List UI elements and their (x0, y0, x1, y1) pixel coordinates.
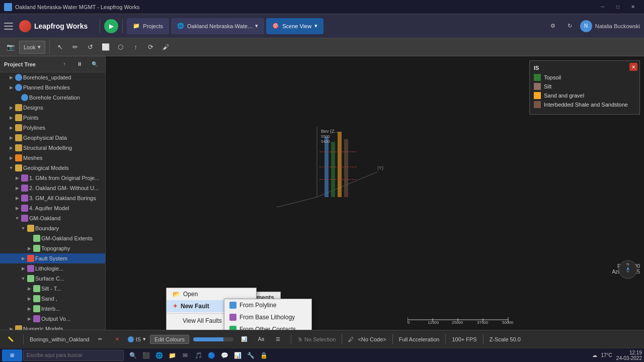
rotate-tool[interactable]: ↺ (84, 41, 97, 54)
tree-item-silt-t[interactable]: ▶ Silt - T... (0, 284, 105, 294)
orbit-tool[interactable]: ⟳ (144, 41, 157, 54)
tree-item-output-vo[interactable]: ▶ Output Vo... (0, 314, 105, 324)
arrow-tool[interactable]: ↑ (129, 41, 142, 54)
designs-icon (15, 104, 22, 111)
sidebar-search-btn[interactable]: 🔍 (88, 58, 101, 71)
tree-item-gm4[interactable]: ▶ 4. Aquifer Model (0, 203, 105, 213)
sidebar-up-btn[interactable]: ↑ (58, 58, 71, 71)
maximize-button[interactable]: □ (611, 2, 625, 12)
surface-c-icon (27, 275, 34, 282)
structural-icon (15, 144, 22, 151)
minimize-button[interactable]: ─ (596, 2, 610, 12)
other-contacts-icon (229, 326, 236, 330)
tree-item-topography[interactable]: ▶ Topography (0, 243, 105, 253)
chevron-expand: ▶ (14, 185, 20, 191)
edit-colors-label: Edit Colours (154, 336, 185, 342)
tree-item-designs[interactable]: ▶ Designs (0, 103, 105, 113)
taskbar-spotify[interactable]: 🎵 (192, 349, 204, 361)
measure-tool[interactable]: ✏ (69, 41, 82, 54)
tree-item-lithologie[interactable]: ▶ Lithologie... (0, 263, 105, 274)
tree-item-gm-oakland[interactable]: ▼ GM-Oakland (0, 213, 105, 223)
taskbar-explorer[interactable]: 📁 (166, 349, 178, 361)
tree-item-geo-models[interactable]: ▼ Geological Models (0, 163, 105, 173)
aa-btn[interactable]: Aa (255, 333, 268, 346)
viewport[interactable]: (Y) Bev (Z... 5500 5400 ✕ IS (106, 56, 644, 330)
look-button[interactable]: Look ▾ (19, 41, 45, 54)
hamburger-menu-icon[interactable] (4, 23, 13, 30)
submenu-from-polyline[interactable]: From Polyline (224, 299, 311, 311)
tree-item-fault-system[interactable]: ▶ Fault System (0, 253, 105, 263)
tree-item-polylines[interactable]: ▶ Polylines (0, 123, 105, 133)
tree-item-numeric[interactable]: ▶ Numeric Models (0, 324, 105, 330)
tree-item-boundary[interactable]: ▼ Boundary (0, 223, 105, 233)
taskbar-mail[interactable]: ✉ (179, 349, 191, 361)
settings-button[interactable]: ⚙ (546, 18, 559, 34)
play-button[interactable]: ▶ (104, 19, 118, 33)
tree-item-planned-boreholes[interactable]: ▶ Planned Boreholes (0, 82, 105, 93)
new-fault-label: New Fault (181, 303, 209, 310)
chevron-expand: ▼ (20, 225, 26, 231)
window-title: Oakland Nebraska-Water MGMT - Leapfrog W… (15, 4, 139, 10)
chevron-expand: ▶ (8, 74, 14, 80)
tab-scene-view[interactable]: 🎯 Scene View ▾ (266, 18, 324, 34)
user-avatar: N (580, 20, 592, 32)
tree-item-points[interactable]: ▶ Points (0, 113, 105, 123)
tree-item-sand[interactable]: ▶ Sand , (0, 294, 105, 304)
sync-button[interactable]: ↻ (564, 18, 576, 34)
layers-btn[interactable]: ☰ (272, 333, 285, 346)
tree-item-geophysical[interactable]: ▶ Geophysical Data (0, 133, 105, 143)
taskbar-task-view[interactable]: ⬛ (140, 349, 152, 361)
lasso-tool[interactable]: ⬡ (114, 41, 127, 54)
tree-item-interb[interactable]: ▶ Interb... (0, 304, 105, 314)
chevron-expand: ▶ (26, 245, 32, 251)
tree-item-surface-c[interactable]: ▼ Surface C... (0, 274, 105, 284)
sidebar-pause-btn[interactable]: ⏸ (73, 58, 86, 71)
boundary-icon (27, 225, 34, 232)
submenu-from-base-litho[interactable]: From Base Lithology (224, 311, 311, 323)
tree-item-gm1[interactable]: ▶ 1. GMs from Original Proje... (0, 173, 105, 183)
tree-item-gm3-label: 3. GM_All Oakland Borings (29, 195, 96, 201)
graph-btn[interactable]: 📊 (237, 333, 251, 346)
tree-item-gm3[interactable]: ▶ 3. GM_All Oakland Borings (0, 193, 105, 203)
paint-tool[interactable]: 🖌 (159, 41, 173, 54)
start-button[interactable]: ⊞ (2, 349, 22, 361)
status-sep-5 (445, 334, 446, 344)
taskbar-powerpoint[interactable]: 📊 (231, 349, 244, 361)
taskbar-app1[interactable]: 🔧 (245, 349, 257, 361)
tree-item-designs-label: Designs (23, 105, 43, 111)
tree-item-extents[interactable]: GM-Oakland Extents (0, 233, 105, 243)
topography-icon (33, 245, 40, 252)
box-select-tool[interactable]: ⬜ (99, 41, 112, 54)
gm-oakland-icon (21, 215, 28, 222)
tree-item-borehole-corr[interactable]: Borehole Correlation (0, 93, 105, 103)
tree-item-gm1-label: 1. GMs from Original Proje... (29, 175, 99, 181)
taskbar-search-icon[interactable]: 🔍 (127, 349, 139, 361)
taskbar-edge[interactable]: 🌐 (153, 349, 165, 361)
tree-item-structural[interactable]: ▶ Structural Modelling (0, 143, 105, 153)
screenshot-tool[interactable]: 📷 (4, 41, 17, 54)
tree-item-boundary-label: Boundary (35, 225, 59, 231)
chevron-expand: ▶ (14, 195, 20, 201)
status-measure-btn[interactable]: 📏 (4, 333, 17, 346)
tab-oakland[interactable]: 🌐 Oakland Nebraska-Wate... ▾ (171, 18, 264, 34)
tree-item-gm2[interactable]: ▶ 2. Oakland GM- Without U... (0, 183, 105, 193)
tree-item-points-label: Points (23, 115, 39, 121)
tree-item-boreholes[interactable]: ▶ Boreholes_updated (0, 72, 105, 82)
time-display: 12:19 24-03-2022 (616, 350, 642, 361)
taskbar-icons: 🔍 ⬛ 🌐 📁 ✉ 🎵 🔵 💬 📊 🔧 🔒 (127, 349, 270, 361)
edit-colors-button[interactable]: Edit Colours (150, 335, 189, 344)
cancel-icon[interactable]: ✕ (111, 333, 124, 346)
taskbar-app2[interactable]: 🔒 (258, 349, 270, 361)
taskbar-chrome[interactable]: 🔵 (205, 349, 217, 361)
select-tool[interactable]: ↖ (54, 41, 67, 54)
taskbar-teams[interactable]: 💬 (218, 349, 230, 361)
submenu: From Polyline From Base Lithology From O… (224, 299, 312, 330)
edit-icon[interactable]: ✏ (94, 333, 107, 346)
close-button[interactable]: ✕ (626, 2, 640, 12)
tree-item-meshes[interactable]: ▶ Meshes (0, 153, 105, 163)
submenu-from-other-contacts[interactable]: From Other Contacts (224, 323, 311, 330)
is-label: IS (136, 336, 141, 342)
polyline-icon (229, 302, 236, 309)
taskbar-search[interactable] (23, 350, 124, 361)
tab-projects[interactable]: 📁 Projects (127, 18, 169, 34)
